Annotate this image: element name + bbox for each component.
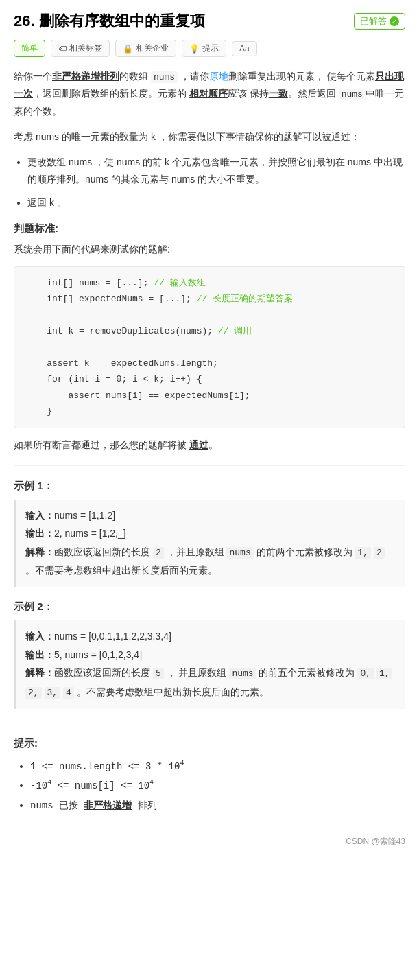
tag-bar: 简单 🏷 相关标签 🔒 相关企业 💡 提示 Aa [14,40,405,57]
title-row: 26. 删除有序数组中的重复项 已解答 ✓ [14,11,405,32]
pass-bold: 通过 [189,439,208,450]
pass-text: 如果所有断言都通过，那么您的题解将被 通过。 [14,436,405,454]
example-2-output: 输出：5, nums = [0,1,2,3,4] [25,646,396,664]
example-2-section: 示例 2： 输入：nums = [0,0,1,1,1,2,2,3,3,4] 输出… [14,600,405,709]
example-2-explanation: 解释：函数应该返回新的长度 5 ， 并且原数组 nums 的前五个元素被修改为 … [25,664,396,701]
page-title: 26. 删除有序数组中的重复项 [14,11,205,32]
lightbulb-icon: 💡 [189,44,200,54]
bold-text-1: 非严格递增排列 [52,71,119,82]
hints-title: 提示: [14,737,405,750]
code-block: int[] nums = [...]; // 输入数组 int[] expect… [14,266,405,429]
font-tag[interactable]: Aa [232,41,257,56]
related-company-tag[interactable]: 🔒 相关企业 [115,40,176,57]
judge-desc: 系统会用下面的代码来测试你的题解: [14,241,405,258]
link-original[interactable]: 原地 [209,71,228,82]
bold-text-3: 相对顺序 [189,88,228,99]
divider-2 [14,723,405,723]
lock-icon: 🔒 [123,44,133,54]
difficulty-tag[interactable]: 简单 [14,40,45,57]
hints-section: 提示: 1 <= nums.length <= 3 * 104 -104 <= … [14,737,405,815]
page-container: 26. 删除有序数组中的重复项 已解答 ✓ 简单 🏷 相关标签 🔒 相关企业 💡… [0,0,419,859]
solved-badge: 已解答 ✓ [354,13,405,30]
hint-item-1: 1 <= nums.length <= 3 * 104 [30,757,405,776]
hint-item-2: -104 <= nums[i] <= 104 [30,776,405,795]
divider-1 [14,465,405,466]
example-1-explanation: 解释：函数应该返回新的长度 2 ，并且原数组 nums 的前两个元素被修改为 1… [25,543,396,580]
bold-text-4: 一致 [269,88,288,99]
code-nums-2: nums [339,89,366,100]
footer-bar: CSDN @索隆43 [14,836,405,848]
hint-item-3: nums 已按 非严格递增 排列 [30,795,405,815]
footer-source: CSDN @索隆43 [346,836,405,848]
description-para1: 给你一个非严格递增排列的数组 nums ，请你原地删除重复出现的元素， 使每个元… [14,68,405,120]
example-1-input: 输入：nums = [1,1,2] [25,506,396,525]
bullet-list: 更改数组 nums ，使 nums 的前 k 个元素包含唯一元素，并按照它们最初… [14,154,405,211]
example-1-output: 输出：2, nums = [1,2,_] [25,524,396,543]
bullet-item-1: 更改数组 nums ，使 nums 的前 k 个元素包含唯一元素，并按照它们最初… [27,154,405,188]
example-2-input: 输入：nums = [0,0,1,1,1,2,2,3,3,4] [25,627,396,646]
example-2-box: 输入：nums = [0,0,1,1,1,2,2,3,3,4] 输出：5, nu… [14,620,405,709]
hints-list: 1 <= nums.length <= 3 * 104 -104 <= nums… [14,757,405,815]
description-para2: 考虑 nums 的唯一元素的数量为 k ，你需要做以下事情确保你的题解可以被通过… [14,128,405,145]
example-1-box: 输入：nums = [1,1,2] 输出：2, nums = [1,2,_] 解… [14,500,405,587]
related-tags-tag[interactable]: 🏷 相关标签 [51,40,110,57]
solved-label: 已解答 [360,15,387,27]
tag-icon: 🏷 [58,44,67,54]
example-2-title: 示例 2： [14,600,405,614]
judge-title: 判题标准: [14,222,405,235]
bullet-item-2: 返回 k 。 [27,194,405,211]
example-1-section: 示例 1： 输入：nums = [1,1,2] 输出：2, nums = [1,… [14,480,405,587]
code-nums-1: nums [151,71,178,83]
example-1-title: 示例 1： [14,480,405,493]
hint-tag[interactable]: 💡 提示 [182,40,226,57]
check-icon: ✓ [390,16,399,26]
